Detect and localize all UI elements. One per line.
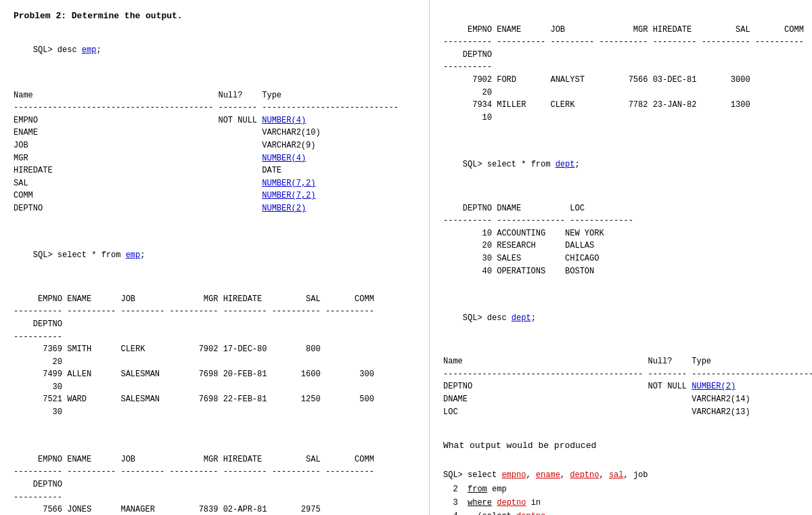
dept-row4: 40 OPERATIONS BOSTON: [443, 267, 594, 276]
desc-row-job: JOB VARCHAR2(9): [14, 141, 315, 150]
desc-emp-text: SQL> desc emp;: [33, 45, 102, 55]
t2-header: EMPNO ENAME JOB MGR HIREDATE SAL COMM: [14, 455, 374, 464]
what-output-text: What output would be produced: [443, 441, 798, 451]
emp-table-top-right: EMPNO ENAME JOB MGR HIREDATE SAL COMM --…: [443, 11, 798, 137]
t2-deptno-label: DEPTNO: [14, 480, 62, 489]
t1-row3-dept: 30: [14, 407, 62, 417]
tr-row1: 7902 FORD ANALYST 7566 03-DEC-81 3000: [443, 75, 750, 85]
t2-row1: 7566 JONES MANAGER 7839 02-APR-81 2975: [14, 505, 321, 514]
tr-deptno-label: DEPTNO: [443, 50, 492, 60]
query-line4: 4 (select deptno: [443, 512, 545, 515]
desc-row-comm: COMM NUMBER(7,2): [14, 191, 315, 200]
tr-header: EMPNO ENAME JOB MGR HIREDATE SAL COMM: [443, 25, 804, 35]
desc-row-empno: EMPNO NOT NULL NUMBER(4): [14, 116, 306, 125]
t1-header: EMPNO ENAME JOB MGR HIREDATE SAL COMM: [14, 294, 374, 304]
t1-row2: 7499 ALLEN SALESMAN 7698 20-FEB-81 1600 …: [14, 370, 374, 379]
dept-row2: 20 RESEARCH DALLAS: [443, 241, 594, 250]
tr-row2: 7934 MILLER CLERK 7782 23-JAN-82 1300: [443, 100, 750, 110]
right-panel: EMPNO ENAME JOB MGR HIREDATE SAL COMM --…: [430, 0, 812, 515]
dept-divider: ---------- -------------- -------------: [443, 216, 633, 225]
select-emp-cmd: SQL> select * from emp;: [14, 237, 415, 273]
desc-dept-cmd: SQL> desc dept;: [443, 300, 798, 336]
t1-row1: 7369 SMITH CLERK 7902 17-DEC-80 800: [14, 344, 321, 354]
t1-deptno-label: DEPTNO: [14, 319, 62, 329]
query-line2: 2 from emp: [443, 485, 507, 494]
desc-row-sal: SAL NUMBER(7,2): [14, 179, 315, 188]
dept-row1: 10 ACCOUNTING NEW YORK: [443, 229, 604, 238]
select-dept-cmd: SQL> select * from dept;: [443, 146, 798, 183]
tr-row1-dept: 20: [443, 88, 492, 97]
tr-divider: ---------- ---------- --------- --------…: [443, 37, 804, 47]
tr-deptno-div: ----------: [443, 62, 492, 72]
dept-table: DEPTNO DNAME LOC ---------- ------------…: [443, 189, 798, 290]
t1-row2-dept: 30: [14, 382, 62, 392]
desc-emp-cmd: SQL> desc emp;: [14, 32, 415, 68]
t1-row1-dept: 20: [14, 357, 62, 367]
t1-divider: ---------- ---------- --------- --------…: [14, 307, 374, 316]
desc-divider: ----------------------------------------…: [14, 103, 399, 112]
ddesc-row-loc: LOC VARCHAR2(13): [443, 407, 750, 417]
ddesc-row-dname: DNAME VARCHAR2(14): [443, 395, 750, 404]
dept-row3: 30 SALES CHICAGO: [443, 254, 599, 263]
problem-title: Problem 2: Determine the output.: [14, 11, 415, 21]
desc-row-deptno: DEPTNO NUMBER(2): [14, 204, 306, 213]
query-line1: SQL> select empno, ename, deptno, sal, j…: [443, 470, 648, 480]
tr-row2-dept: 10: [443, 113, 492, 122]
query-line3: 3 where deptno in: [443, 498, 541, 508]
t1-row3: 7521 WARD SALESMAN 7698 22-FEB-81 1250 5…: [14, 395, 374, 404]
emp-table-section1: EMPNO ENAME JOB MGR HIREDATE SAL COMM --…: [14, 280, 415, 431]
desc-header: Name Null? Type: [14, 91, 281, 100]
desc-emp-table: Name Null? Type ------------------------…: [14, 76, 415, 227]
desc-dept-table: Name Null? Type ------------------------…: [443, 343, 798, 431]
left-panel: Problem 2: Determine the output. SQL> de…: [0, 0, 430, 515]
ddesc-header: Name Null? Type: [443, 357, 711, 366]
t2-divider: ---------- ---------- --------- --------…: [14, 467, 374, 476]
emp-table-section2: EMPNO ENAME JOB MGR HIREDATE SAL COMM --…: [14, 441, 415, 515]
desc-row-mgr: MGR NUMBER(4): [14, 154, 306, 163]
ddesc-row-deptno: DEPTNO NOT NULL NUMBER(2): [443, 382, 736, 391]
t2-deptno-div: ----------: [14, 493, 62, 502]
desc-row-hiredate: HIREDATE DATE: [14, 166, 281, 175]
desc-row-ename: ENAME VARCHAR2(10): [14, 128, 321, 137]
t1-deptno-div: ----------: [14, 332, 62, 342]
ddesc-divider: ----------------------------------------…: [443, 370, 812, 379]
dept-header: DEPTNO DNAME LOC: [443, 204, 585, 213]
sql-query-block: SQL> select empno, ename, deptno, sal, j…: [443, 455, 798, 515]
